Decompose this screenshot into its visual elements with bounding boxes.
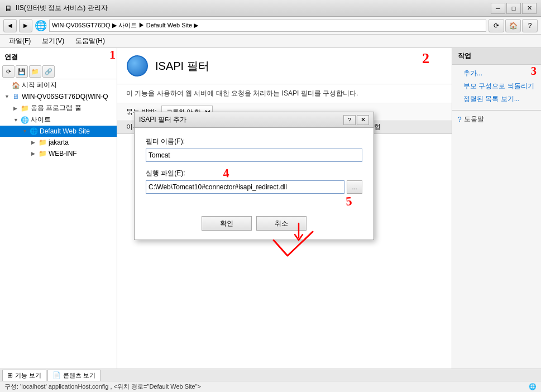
jakarta-label: jakarta [49,138,69,146]
right-panel: 작업 추가... 3 부모 구성으로 되돌리기 정렬된 목록 보기... ? 도… [452,48,541,369]
dialog-footer: 확인 취소 [135,209,374,240]
tree-arrow-server: ▼ [4,94,11,99]
menu-view[interactable]: 보기(V) [37,35,69,47]
parent-config-link[interactable]: 부모 구성으로 되돌리기 [452,80,541,93]
isapi-filter-dialog: ISAPI 필터 추가 ? ✕ 필터 이름(F): 실행 파일(E): ... … [134,112,374,240]
cancel-button[interactable]: 취소 [256,216,307,231]
ok-button[interactable]: 확인 [202,216,252,231]
app-pools-icon: 📁 [20,104,29,113]
feature-view-label: 기능 보기 [15,371,41,380]
exe-input[interactable] [146,180,344,194]
exe-field: 실행 파일(E): ... [146,169,362,194]
sidebar-item-default-web-site[interactable]: ▼ 🌐 Default Web Site [0,126,117,137]
back-button[interactable]: ◀ [3,19,17,32]
filter-name-field: 필터 이름(F): [146,137,362,162]
tree-arrow-app: ▶ [13,106,20,111]
browse-button[interactable]: ... [347,180,362,194]
sites-label: 사이트 [31,115,51,125]
sidebar-item-start-page[interactable]: 🏠 시작 페이지 [0,79,117,91]
forward-button[interactable]: ▶ [19,19,32,32]
sorted-list-link[interactable]: 정렬된 목록 보기... [452,93,541,106]
tree-arrow-dws: ▼ [22,128,29,134]
sidebar-item-jakarta[interactable]: ▶ 📁 jakarta [0,137,117,148]
server-label: WIN-QV06SGT76DQ(WIN-Q [22,93,108,101]
menu-help[interactable]: 도움말(H) [71,35,109,47]
content-view-label: 콘텐츠 보기 [63,371,95,380]
exe-input-row: ... [146,180,362,194]
minimize-button[interactable]: ─ [491,3,505,14]
jakarta-icon: 📁 [38,138,47,147]
feature-view-icon: ⊞ [7,371,13,379]
help-icon: ? [458,116,462,123]
help-button[interactable]: ? [522,19,538,32]
sidebar-btn-2[interactable]: 💾 [16,65,28,78]
title-bar: 🖥 IIS(인터넷 정보 서비스) 관리자 ─ □ ✕ [0,0,541,17]
status-icon: 🌐 [529,383,537,390]
filter-name-input[interactable] [146,149,362,162]
address-bar: ◀ ▶ 🌐 ⟳ 🏠 ? [0,17,541,35]
status-bar: 구성: 'localhost' applicationHost.config ,… [0,381,541,392]
add-link[interactable]: 추가... [452,67,541,80]
exe-label: 실행 파일(E): [146,169,362,178]
tree-arrow-sites: ▼ [13,117,20,123]
dialog-title-bar: ISAPI 필터 추가 ? ✕ [135,112,374,128]
content-header: ISAPI 필터 [117,48,452,84]
tree-arrow-webinf: ▶ [31,151,38,156]
home-button[interactable]: 🏠 [505,19,521,32]
sites-icon: 🌐 [20,116,29,125]
sidebar-item-app-pools[interactable]: ▶ 📁 응용 프로그램 풀 [0,102,117,114]
app-pools-label: 응용 프로그램 풀 [31,103,82,113]
tree-arrow-jakarta: ▶ [31,140,38,145]
sidebar-btn-1[interactable]: ⟳ [2,65,15,78]
sidebar-header: 연결 [0,50,117,64]
content-view-icon: 📄 [52,371,61,379]
bottom-bar: ⊞ 기능 보기 📄 콘텐츠 보기 [0,369,541,381]
sidebar-item-sites[interactable]: ▼ 🌐 사이트 [0,114,117,126]
filter-name-label: 필터 이름(F): [146,137,362,146]
sidebar-toolbar: ⟳ 💾 📁 🔗 [0,64,117,79]
menu-file[interactable]: 파일(F) [4,35,35,47]
server-icon: 🖥 [11,92,20,101]
app-icon: 🖥 [4,4,12,13]
content-icon [126,55,149,77]
default-site-icon: 🌐 [29,127,38,136]
sidebar: 연결 ⟳ 💾 📁 🔗 🏠 시작 페이지 ▼ 🖥 WIN-QV06SGT76DQ(… [0,48,117,369]
sidebar-item-server[interactable]: ▼ 🖥 WIN-QV06SGT76DQ(WIN-Q [0,91,117,102]
dialog-content: 필터 이름(F): 실행 파일(E): ... [135,128,374,209]
refresh-button[interactable]: ⟳ [489,19,504,32]
address-input[interactable] [49,20,486,32]
sidebar-btn-4[interactable]: 🔗 [42,65,55,78]
dialog-title: ISAPI 필터 추가 [139,115,186,125]
webinf-icon: 📁 [38,149,47,158]
close-button[interactable]: ✕ [522,3,537,14]
menu-bar: 파일(F) 보기(V) 도움말(H) [0,35,541,48]
content-description: 이 기능을 사용하여 웹 서버에 대한 요청을 처리하는 ISAPI 필터를 구… [117,84,452,103]
sidebar-btn-3[interactable]: 📁 [29,65,41,78]
webinf-label: WEB-INF [49,150,77,157]
tab-feature-view[interactable]: ⊞ 기능 보기 [2,370,46,381]
globe-icon [127,55,148,77]
help-section: ? 도움말 [452,113,541,126]
dialog-help-button[interactable]: ? [343,115,356,125]
window-title: IIS(인터넷 정보 서비스) 관리자 [16,3,108,13]
sidebar-item-webinf[interactable]: ▶ 📁 WEB-INF [0,148,117,159]
tab-content-view[interactable]: 📄 콘텐츠 보기 [47,370,100,381]
default-site-label: Default Web Site [40,127,90,135]
right-panel-help: ? 도움말 [452,111,541,128]
start-page-label: 시작 페이지 [22,80,57,90]
content-title: ISAPI 필터 [155,59,209,74]
maximize-button[interactable]: □ [506,3,521,14]
status-text: 구성: 'localhost' applicationHost.config ,… [4,383,201,391]
right-panel-header: 작업 [452,48,541,65]
right-panel-section-actions: 추가... 3 부모 구성으로 되돌리기 정렬된 목록 보기... [452,65,541,108]
help-label: 도움말 [464,114,484,124]
content-header-wrapper: ISAPI 필터 2 [117,48,452,84]
dialog-close-button[interactable]: ✕ [357,115,369,125]
start-page-icon: 🏠 [11,81,20,90]
ie-icon: 🌐 [35,20,47,32]
